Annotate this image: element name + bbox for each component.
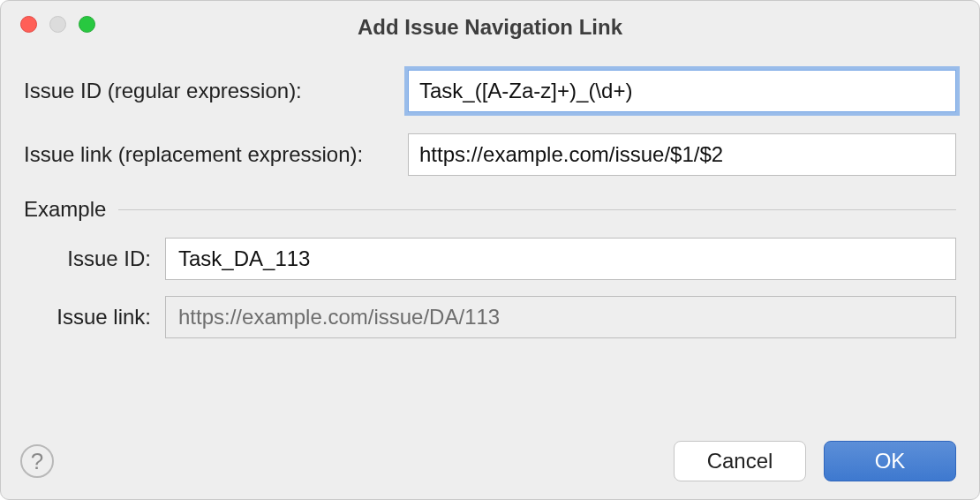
example-issue-id-row: Issue ID: <box>24 238 956 280</box>
issue-id-label: Issue ID (regular expression): <box>24 79 408 103</box>
zoom-window-button[interactable] <box>79 16 95 33</box>
dialog-title: Add Issue Navigation Link <box>1 4 979 40</box>
window-controls <box>20 16 95 33</box>
close-window-button[interactable] <box>20 16 37 33</box>
ok-button[interactable]: OK <box>824 441 956 481</box>
issue-link-label: Issue link (replacement expression): <box>24 142 408 167</box>
titlebar: Add Issue Navigation Link <box>1 1 979 43</box>
help-icon[interactable]: ? <box>20 444 54 478</box>
example-issue-link-row: Issue link: https://example.com/issue/DA… <box>24 296 956 338</box>
issue-id-input[interactable] <box>408 70 956 112</box>
cancel-button[interactable]: Cancel <box>674 441 806 481</box>
example-issue-link-label: Issue link: <box>24 305 165 330</box>
issue-id-row: Issue ID (regular expression): <box>24 70 956 112</box>
example-issue-id-input[interactable] <box>165 238 956 280</box>
divider <box>118 209 956 210</box>
dialog-footer: ? Cancel OK <box>20 441 956 481</box>
dialog-content: Issue ID (regular expression): Issue lin… <box>1 43 979 338</box>
example-issue-link-output: https://example.com/issue/DA/113 <box>165 296 956 338</box>
example-heading: Example <box>24 197 106 222</box>
minimize-window-button <box>49 16 66 33</box>
example-issue-id-label: Issue ID: <box>24 246 165 271</box>
example-header: Example <box>24 197 956 222</box>
issue-link-row: Issue link (replacement expression): <box>24 133 956 176</box>
dialog-add-issue-navigation-link: Add Issue Navigation Link Issue ID (regu… <box>0 0 980 500</box>
issue-link-input[interactable] <box>408 133 956 176</box>
